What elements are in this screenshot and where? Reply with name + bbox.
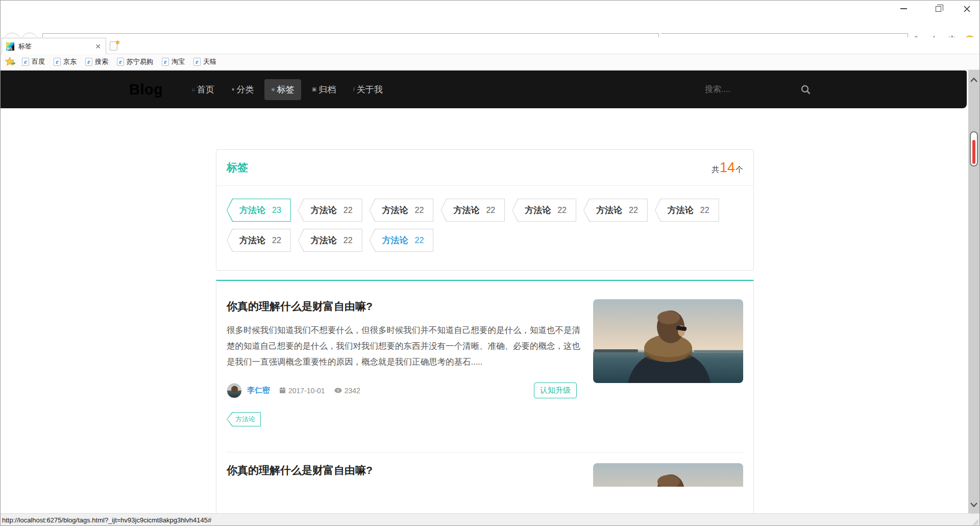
tag-chip[interactable]: 方法论 22 — [227, 229, 291, 252]
nav-item-label: 归档 — [318, 84, 336, 95]
nav-menu-item[interactable]: 关于我 — [347, 79, 389, 100]
minimize-button[interactable] — [895, 3, 912, 15]
tags-panel-title: 标签 — [227, 160, 248, 175]
new-tab-spark-icon: ✱ — [115, 39, 120, 46]
nav-item-label: 首页 — [197, 84, 214, 95]
nav-item-label: 分类 — [236, 84, 254, 95]
scroll-down-icon[interactable] — [968, 498, 979, 511]
tab-close-icon[interactable]: ✕ — [95, 43, 101, 50]
favorite-link[interactable]: e 淘宝 — [162, 57, 185, 66]
favorite-link[interactable]: e 苏宁易购 — [117, 57, 153, 66]
tag-chip[interactable]: 方法论 22 — [440, 199, 505, 222]
ie-page-icon: e — [54, 58, 61, 66]
author-avatar[interactable] — [227, 383, 242, 398]
tab-active[interactable]: 标签 ✕ — [2, 38, 106, 54]
tags-panel: 标签 共14个 方法论 23 方法论 22 方法论 22 — [216, 149, 754, 271]
article-item: 你真的理解什么是财富自由嘛? 很多时候我们知道我们不想要什么，但很多时候我们并不… — [227, 281, 743, 426]
nav-item-label: 标签 — [277, 84, 295, 95]
site-search-input[interactable] — [705, 85, 792, 94]
nav-menu-item[interactable]: 首页 — [185, 79, 221, 100]
eye-icon — [334, 388, 342, 393]
article-item: 你真的理解什么是财富自由嘛? — [227, 452, 743, 487]
article-tag[interactable]: 方法论 — [227, 412, 261, 426]
nav-item-icon — [312, 87, 316, 92]
new-tab-button[interactable]: ✱ — [110, 40, 120, 52]
ie-page-icon: e — [22, 58, 29, 66]
nav-menu-item[interactable]: 标签 — [264, 79, 301, 100]
title-bar — [1, 1, 979, 16]
site-search[interactable] — [705, 85, 811, 94]
article-excerpt: 很多时候我们知道我们不想要什么，但很多时候我们并不知道自己想要的是什么，知道也不… — [227, 322, 584, 370]
page-scrollbar[interactable] — [968, 70, 979, 513]
tag-chip[interactable]: 方法论 22 — [298, 229, 362, 252]
article-thumbnail[interactable] — [593, 299, 743, 383]
webstorm-favicon — [6, 42, 14, 51]
nav-menu-item[interactable]: 分类 — [225, 79, 260, 100]
ie-page-icon: e — [117, 58, 124, 66]
favorite-link[interactable]: e 天猫 — [193, 57, 216, 66]
site-logo[interactable]: Blog — [129, 81, 163, 98]
tag-chip[interactable]: 方法论 22 — [370, 199, 434, 222]
nav-item-icon — [192, 87, 195, 92]
favorites-bar-star-icon[interactable] — [5, 57, 16, 67]
nav-item-icon — [271, 87, 275, 92]
tag-chip[interactable]: 方法论 23 — [227, 199, 291, 222]
browser-toolbar: http://localhost:6275/blog/tags.html?_ij… — [1, 16, 979, 37]
ie-page-icon: e — [193, 58, 201, 66]
nav-menu-item[interactable]: 归档 — [305, 79, 342, 100]
calendar-icon — [279, 387, 286, 394]
site-navbar: Blog 首页 分类 标签 归档 关于我 — [1, 70, 967, 108]
restore-button[interactable] — [929, 3, 947, 15]
tab-strip: 标签 ✕ ✱ — [1, 37, 979, 54]
tab-title: 标签 — [18, 42, 32, 51]
scroll-up-icon[interactable] — [968, 73, 979, 86]
view-count: 2342 — [334, 387, 360, 395]
scrollbar-thumb[interactable] — [970, 131, 978, 166]
favorites-bar: e 百度 e 京东 e 搜索 e 苏宁易购 e 淘宝 e 天猫 — [1, 54, 979, 70]
nav-item-icon — [232, 87, 234, 92]
status-url: http://localhost:6275/blog/tags.html?_ij… — [1, 516, 211, 524]
favorite-link[interactable]: e 搜索 — [85, 57, 108, 66]
page-viewport: Blog 首页 分类 标签 归档 关于我 — [1, 70, 979, 513]
site-search-icon[interactable] — [801, 85, 811, 94]
tags-total-count: 共14个 — [712, 161, 743, 175]
ie-page-icon: e — [162, 58, 169, 66]
status-bar: http://localhost:6275/blog/tags.html?_ij… — [1, 513, 979, 526]
ie-page-icon: e — [85, 58, 92, 66]
publish-date: 2017-10-01 — [279, 387, 325, 395]
tag-chip[interactable]: 方法论 22 — [512, 199, 576, 222]
article-title[interactable]: 你真的理解什么是财富自由嘛? — [227, 463, 584, 477]
category-badge[interactable]: 认知升级 — [534, 382, 577, 398]
tag-chip[interactable]: 方法论 22 — [583, 199, 648, 222]
article-thumbnail[interactable] — [593, 463, 743, 487]
nav-item-label: 关于我 — [357, 84, 383, 95]
tag-chip[interactable]: 方法论 22 — [298, 199, 362, 222]
tag-chip[interactable]: 方法论 22 — [655, 199, 719, 222]
favorite-link[interactable]: e 百度 — [22, 57, 45, 66]
favorite-link[interactable]: e 京东 — [54, 57, 77, 66]
article-title[interactable]: 你真的理解什么是财富自由嘛? — [227, 299, 584, 314]
nav-item-icon — [353, 87, 354, 92]
author-name[interactable]: 李仁密 — [247, 386, 270, 395]
tag-chip[interactable]: 方法论 22 — [370, 229, 434, 252]
article-list: 你真的理解什么是财富自由嘛? 很多时候我们知道我们不想要什么，但很多时候我们并不… — [216, 280, 754, 513]
resize-grip-icon[interactable] — [972, 518, 978, 525]
close-button[interactable] — [958, 3, 975, 15]
